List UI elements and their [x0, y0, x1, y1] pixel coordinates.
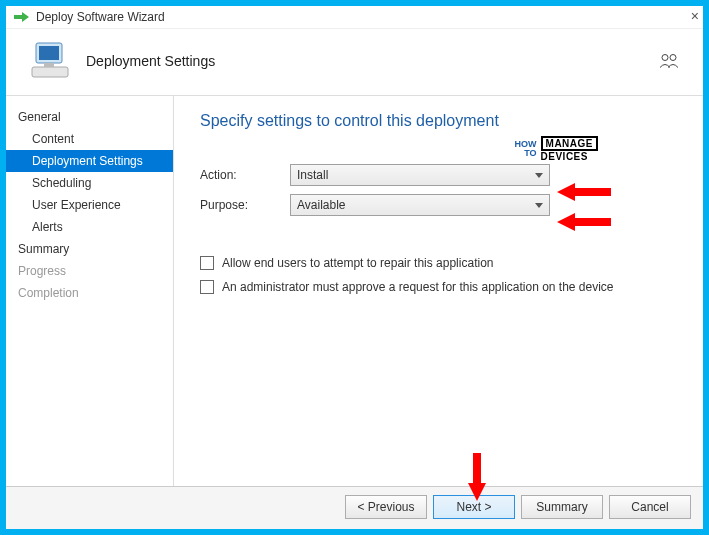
- sidebar-item-user-experience[interactable]: User Experience: [6, 194, 173, 216]
- approve-checkbox-label: An administrator must approve a request …: [222, 280, 614, 294]
- sidebar-group-progress: Progress: [6, 260, 173, 282]
- wizard-arrow-icon: [14, 11, 30, 23]
- action-label: Action:: [200, 168, 290, 182]
- svg-point-5: [662, 55, 668, 61]
- sidebar-item-scheduling[interactable]: Scheduling: [6, 172, 173, 194]
- annotation-arrow-next: [466, 453, 488, 501]
- page-heading: Specify settings to control this deploym…: [200, 112, 683, 130]
- svg-marker-9: [468, 453, 486, 501]
- wizard-body: General Content Deployment Settings Sche…: [6, 95, 703, 486]
- watermark-text: MANAGE DEVICES: [541, 136, 598, 162]
- purpose-value: Available: [297, 198, 345, 212]
- approve-checkbox-row: An administrator must approve a request …: [200, 280, 683, 294]
- repair-checkbox-row: Allow end users to attempt to repair thi…: [200, 256, 683, 270]
- svg-point-6: [670, 55, 676, 61]
- footer: < Previous Next > Summary Cancel: [6, 486, 703, 529]
- svg-marker-0: [14, 12, 29, 22]
- sidebar-item-alerts[interactable]: Alerts: [6, 216, 173, 238]
- svg-rect-3: [32, 67, 68, 77]
- svg-marker-7: [557, 183, 611, 201]
- repair-checkbox[interactable]: [200, 256, 214, 270]
- titlebar: Deploy Software Wizard: [6, 6, 703, 29]
- people-icon: [659, 53, 693, 72]
- sidebar-item-content[interactable]: Content: [6, 128, 173, 150]
- main-panel: Specify settings to control this deploym…: [174, 96, 703, 486]
- header-subtitle: Deployment Settings: [86, 53, 215, 69]
- repair-checkbox-label: Allow end users to attempt to repair thi…: [222, 256, 493, 270]
- svg-rect-4: [44, 63, 54, 67]
- wizard-window: × Deploy Software Wizard Deployment Sett…: [6, 6, 703, 529]
- header-band: Deployment Settings: [6, 29, 703, 95]
- purpose-label: Purpose:: [200, 198, 290, 212]
- close-icon[interactable]: ×: [691, 8, 699, 24]
- watermark: HOWTO MANAGE DEVICES: [515, 136, 598, 162]
- sidebar: General Content Deployment Settings Sche…: [6, 96, 174, 486]
- previous-button[interactable]: < Previous: [345, 495, 427, 519]
- approve-checkbox[interactable]: [200, 280, 214, 294]
- window-title: Deploy Software Wizard: [36, 10, 165, 24]
- sidebar-group-summary[interactable]: Summary: [6, 238, 173, 260]
- sidebar-group-general[interactable]: General: [6, 106, 173, 128]
- annotation-arrow-action: [557, 181, 611, 203]
- action-value: Install: [297, 168, 328, 182]
- svg-rect-2: [39, 46, 59, 60]
- annotation-arrow-purpose: [557, 211, 611, 233]
- summary-button[interactable]: Summary: [521, 495, 603, 519]
- computer-icon: [30, 41, 72, 81]
- purpose-dropdown[interactable]: Available: [290, 194, 550, 216]
- cancel-button[interactable]: Cancel: [609, 495, 691, 519]
- watermark-howto: HOWTO: [515, 140, 537, 158]
- action-dropdown[interactable]: Install: [290, 164, 550, 186]
- sidebar-item-deployment-settings[interactable]: Deployment Settings: [6, 150, 173, 172]
- sidebar-group-completion: Completion: [6, 282, 173, 304]
- svg-marker-8: [557, 213, 611, 231]
